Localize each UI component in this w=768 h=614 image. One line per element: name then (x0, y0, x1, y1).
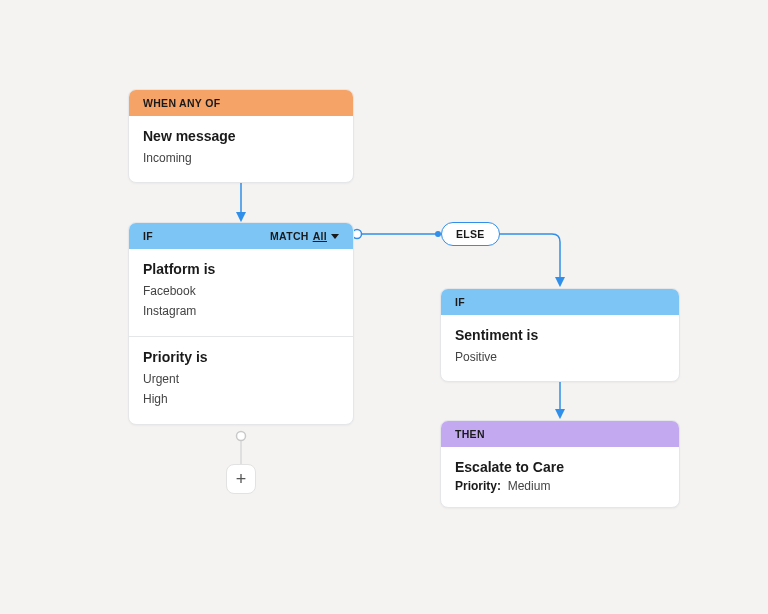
match-value: All (313, 230, 327, 242)
cond2-title: Priority is (143, 349, 339, 365)
chevron-down-icon (331, 234, 339, 239)
then-header: THEN (441, 421, 679, 447)
cond2-val0: Urgent (143, 369, 339, 389)
cond2-val1: High (143, 389, 339, 409)
trigger-node[interactable]: WHEN ANY OF New message Incoming (128, 89, 354, 183)
cond1-title: Platform is (143, 261, 339, 277)
then-kv-row: Priority: Medium (455, 479, 665, 493)
then-kv-key: Priority: (455, 479, 501, 493)
then-header-label: THEN (455, 428, 485, 440)
then-node[interactable]: THEN Escalate to Care Priority: Medium (440, 420, 680, 508)
if-secondary-title: Sentiment is (455, 327, 665, 343)
trigger-title: New message (143, 128, 339, 144)
svg-point-8 (237, 432, 246, 441)
if-main-header-label: IF (143, 230, 153, 242)
if-secondary-node[interactable]: IF Sentiment is Positive (440, 288, 680, 382)
else-label: ELSE (456, 228, 485, 240)
then-title: Escalate to Care (455, 459, 665, 475)
if-secondary-header: IF (441, 289, 679, 315)
if-main-header: IF MATCH All (129, 223, 353, 249)
if-secondary-value: Positive (455, 347, 665, 367)
trigger-subtitle: Incoming (143, 148, 339, 168)
cond1-val0: Facebook (143, 281, 339, 301)
if-main-node[interactable]: IF MATCH All Platform is Facebook Instag… (128, 222, 354, 425)
trigger-header-label: WHEN ANY OF (143, 97, 220, 109)
plus-icon: + (236, 470, 247, 488)
cond1-val1: Instagram (143, 301, 339, 321)
match-label: MATCH (270, 230, 309, 242)
if-secondary-header-label: IF (455, 296, 465, 308)
match-selector[interactable]: MATCH All (270, 230, 339, 242)
trigger-header: WHEN ANY OF (129, 90, 353, 116)
else-pill: ELSE (441, 222, 500, 246)
then-kv-val: Medium (508, 479, 551, 493)
add-step-button[interactable]: + (226, 464, 256, 494)
